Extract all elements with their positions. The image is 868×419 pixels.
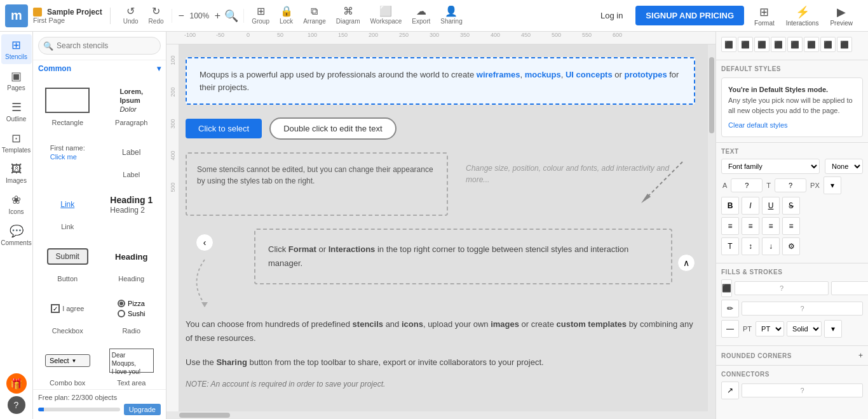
scroll-up-button[interactable]: ∧ [677,254,695,272]
sharing-button[interactable]: 👤 Sharing [437,5,466,26]
stencil-label[interactable]: Label Label [102,134,161,181]
stencil-textarea[interactable]: Dear Moqups,I love you! Text area [102,342,161,389]
zoom-minus-button[interactable]: − [177,10,186,22]
link-mockups[interactable]: mockups [525,70,561,79]
redo-button[interactable]: ↻ Redo [145,5,168,26]
font-size-unit-btn[interactable]: ▾ [824,176,841,194]
align-middle-left[interactable]: ⬛ [771,37,786,52]
stencil-checkbox[interactable]: ✓ I agree Checkbox [38,290,97,337]
stencil-firstname[interactable]: First name: Click me [38,134,97,181]
underline-button[interactable]: U [762,197,780,215]
sidebar-item-comments[interactable]: 💬 Comments [1,220,32,250]
fill-color-icon[interactable]: ⬛ [721,279,732,297]
align-middle-center[interactable]: ⬛ [787,37,803,52]
vertical-scrollbar[interactable] [708,44,715,411]
align-distribute-h[interactable]: ⬛ [837,37,852,52]
stroke-style-icon[interactable]: — [721,320,739,338]
stencil-rectangle[interactable]: Rectangle [38,82,97,129]
stroke-style-expand[interactable]: ▾ [824,320,842,338]
stroke-row: ✏ [721,300,863,317]
align-right-button[interactable]: ≡ [762,217,780,235]
ruler-v-200: 200 [170,87,176,96]
align-middle-right[interactable]: ⬛ [804,37,819,52]
stencil-combobox[interactable]: Select Combo box [38,342,97,389]
font-family-select[interactable]: Font family [721,159,820,174]
upgrade-button[interactable]: Upgrade [124,404,161,415]
zoom-plus-button[interactable]: + [214,10,222,22]
rounded-corners-expand[interactable]: + [858,351,863,360]
interactions-label: Interactions [786,20,819,27]
link-prototypes[interactable]: prototypes [624,70,667,79]
strikethrough-button[interactable]: S̶ [782,197,800,215]
canvas-content[interactable]: Moqups is a powerful app used by profess… [179,44,708,411]
font-style-select[interactable]: None [825,159,863,174]
stencil-button[interactable]: Submit Button [38,238,97,285]
align-top-left[interactable]: ⬛ [721,37,736,52]
text-settings-button[interactable]: ⚙ [782,237,800,255]
stencils-category[interactable]: Common ▾ [33,60,166,77]
font-t-label: T [765,182,772,189]
export-button[interactable]: ☁ Export [408,5,434,26]
valign-top-button[interactable]: T [721,237,739,255]
fill-color-input[interactable] [735,281,829,295]
italic-button[interactable]: I [742,197,759,215]
search-input[interactable] [38,37,161,55]
arrange-button[interactable]: ⧉ Arrange [299,5,330,26]
lock-button[interactable]: 🔒 Lock [276,5,297,26]
align-top-right[interactable]: ⬛ [754,37,770,52]
stroke-width-select[interactable]: PT [756,321,784,336]
workspace-button[interactable]: ⬜ Workspace [367,5,406,26]
preview-button[interactable]: ▶ Preview [825,3,858,29]
horizontal-scrollbar[interactable] [166,411,715,419]
gift-button[interactable]: 🎁 [6,373,27,394]
sidebar-item-icons[interactable]: ❀ Icons [1,189,32,219]
fill-opacity-input[interactable] [831,281,868,295]
diagram-button[interactable]: ⌘ Diagram [332,5,364,26]
scroll-thumb-horizontal[interactable] [179,413,230,418]
stencil-heading-text[interactable]: Heading Heading [102,238,161,285]
align-top-center[interactable]: ⬛ [738,37,753,52]
prev-page-button[interactable]: ‹ [196,234,214,251]
line-height-input[interactable] [775,178,806,192]
zoom-value: 100% [187,11,212,20]
group-button[interactable]: ⊞ Group [248,5,273,26]
stroke-style-select[interactable]: Solid [787,321,822,336]
link-wireframes[interactable]: wireframes [477,70,520,79]
valign-bottom-button[interactable]: ↓ [762,237,780,255]
sidebar-item-templates[interactable]: ⊡ Templates [1,128,32,157]
stencil-link[interactable]: Link Link [38,186,97,233]
format-button[interactable]: ⊞ Format [749,3,780,29]
connector-input[interactable] [742,383,863,397]
clear-default-styles-link[interactable]: Clear default styles [728,120,856,131]
undo-label: Undo [123,18,139,25]
font-size-input[interactable] [731,178,763,192]
double-click-edit-button[interactable]: Double click to edit the text [269,117,396,140]
align-justify-button[interactable]: ≡ [782,217,800,235]
stencil-radio[interactable]: Pizza Sushi Radio [102,290,161,337]
stroke-color-input[interactable] [742,302,863,316]
click-to-select-button[interactable]: Click to select [186,119,262,138]
sidebar-item-images[interactable]: 🖼 Images [1,159,32,188]
stencil-paragraph[interactable]: Lorem, Ipsum Dolor Paragraph [102,82,161,129]
login-button[interactable]: Log in [593,7,630,24]
sidebar-item-outline[interactable]: ☰ Outline [1,96,32,126]
bold-button[interactable]: B [721,197,739,215]
help-button[interactable]: ? [8,396,25,414]
stencil-heading-group[interactable]: Heading 1 Heading 2 [102,186,161,233]
align-center-button[interactable]: ≡ [742,217,759,235]
fill-row: ⬛ [721,279,863,297]
link-ui-concepts[interactable]: UI concepts [566,70,613,79]
sidebar-item-stencils[interactable]: ⊞ Stencils [1,34,32,64]
undo-button[interactable]: ↺ Undo [119,5,142,26]
left-sidebar: ⊞ Stencils ▣ Pages ☰ Outline ⊡ Templates… [0,32,33,419]
stroke-color-icon[interactable]: ✏ [721,300,739,317]
signup-button[interactable]: SIGNUP AND PRICING [635,6,744,25]
scroll-thumb-vertical[interactable] [709,57,714,133]
align-bottom-left[interactable]: ⬛ [820,37,836,52]
zoom-search-icon[interactable]: 🔍 [224,9,238,23]
sidebar-item-pages[interactable]: ▣ Pages [1,65,32,95]
connector-icon[interactable]: ↗ [721,382,739,399]
interactions-button[interactable]: ⚡ Interactions [781,3,824,29]
valign-middle-button[interactable]: ↕ [742,237,759,255]
align-left-button[interactable]: ≡ [721,217,739,235]
